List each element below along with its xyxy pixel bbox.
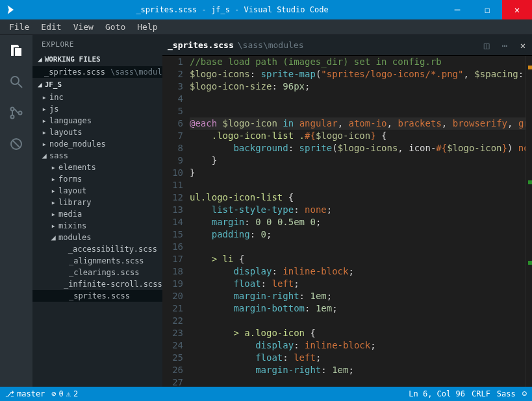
menubar: FileEditViewGotoHelp [0,19,532,35]
tree-label: _clearings.scss [69,268,139,277]
more-icon[interactable]: ⋯ [496,40,514,51]
tree-label: _alignments.scss [69,256,144,265]
chevron-right-icon: ▸ [51,198,56,207]
editor[interactable]: 1234567891011121314151617181920212223242… [162,56,532,387]
tree-label: inc [49,93,64,102]
menu-help[interactable]: Help [132,21,162,33]
warning-icon: ⚠ [66,389,71,398]
folder-row[interactable]: ▸library [32,197,162,208]
folder-row[interactable]: ▸languages [32,115,162,127]
sidebar-title: EXPLORE [32,35,162,53]
error-icon: ⊘ [51,389,56,398]
chevron-right-icon: ▸ [42,128,47,137]
tree-label: _infinite-scroll.scss [64,280,162,289]
tree-label: layout [58,186,86,195]
file-row[interactable]: _accessibility.scss [32,243,162,255]
tree-label: mixins [58,221,86,230]
titlebar: _sprites.scss - jf_s - Visual Studio Cod… [0,0,532,19]
folder-row[interactable]: ▸forms [32,173,162,185]
chevron-down-icon: ◢ [42,151,47,160]
window-title: _sprites.scss - jf_s - Visual Studio Cod… [22,5,442,14]
maximize-button[interactable]: ☐ [472,0,502,19]
tree-label: languages [49,116,92,125]
overview-ruler[interactable] [526,56,532,387]
tree-label: forms [58,175,82,184]
folder-row[interactable]: ◢sass [32,150,162,162]
folder-row[interactable]: ▸node_modules [32,138,162,150]
file-row[interactable]: _infinite-scroll.scss [32,278,162,290]
split-editor-icon[interactable]: ◫ [477,40,496,51]
chevron-right-icon: ▸ [51,186,56,195]
close-tab-icon[interactable]: ✕ [514,40,532,51]
file-row[interactable]: _clearings.scss [32,267,162,278]
eol-indicator[interactable]: CRLF [472,389,490,398]
git-branch[interactable]: ⎇ master [5,389,45,398]
chevron-down-icon: ◢ [51,233,56,242]
branch-icon: ⎇ [5,389,14,398]
explorer-icon[interactable] [7,42,25,60]
minimize-button[interactable]: ─ [442,0,472,19]
menu-view[interactable]: View [68,21,99,33]
source-control-icon[interactable] [7,104,25,122]
project-header[interactable]: ◢ JF_S [32,78,162,91]
folder-row[interactable]: ▸layouts [32,127,162,138]
file-row[interactable]: _sprites.scss [32,290,162,302]
chevron-right-icon: ▸ [51,221,56,230]
statusbar: ⎇ master ⊘ 0 ⚠ 2 Ln 6, Col 96 CRLF Sass … [0,387,532,401]
chevron-right-icon: ▸ [42,116,47,125]
chevron-right-icon: ▸ [51,210,56,219]
chevron-down-icon: ◢ [38,80,42,89]
tree-label: modules [58,233,92,242]
svg-point-3 [11,115,14,119]
code-content[interactable]: //base load path (images_dir) set in con… [190,56,526,387]
debug-icon[interactable] [7,135,25,153]
sidebar: EXPLORE ◢ WORKING FILES _sprites.scss\sa… [32,35,162,387]
svg-point-0 [11,77,19,84]
svg-line-6 [12,140,20,148]
folder-row[interactable]: ▸inc [32,91,162,103]
menu-goto[interactable]: Goto [100,21,131,33]
search-icon[interactable] [7,73,25,91]
chevron-right-icon: ▸ [51,163,56,172]
menu-edit[interactable]: Edit [36,21,66,33]
tree-label: _accessibility.scss [68,245,157,254]
file-row[interactable]: _alignments.scss [32,255,162,267]
tree-label: node_modules [49,140,106,149]
cursor-position[interactable]: Ln 6, Col 96 [409,389,465,398]
folder-row[interactable]: ▸layout [32,185,162,197]
tab-title[interactable]: _sprites.scss [168,40,234,50]
svg-point-4 [19,112,22,115]
activitybar [0,35,32,387]
editor-group: _sprites.scss \sass\modules ◫ ⋯ ✕ 123456… [162,35,532,387]
svg-line-1 [18,84,22,88]
folder-row[interactable]: ▸js [32,103,162,115]
tab-path: \sass\modules [238,40,304,50]
tree-label: js [49,104,58,114]
tree-label: media [58,210,82,219]
line-gutter: 1234567891011121314151617181920212223242… [162,56,190,387]
chevron-right-icon: ▸ [42,140,47,149]
tree-label: library [58,198,92,207]
folder-row[interactable]: ▸elements [32,162,162,173]
close-button[interactable]: ✕ [502,0,532,19]
svg-point-2 [11,108,14,111]
chevron-right-icon: ▸ [42,104,47,114]
chevron-right-icon: ▸ [51,175,56,184]
folder-row[interactable]: ▸media [32,208,162,220]
problems[interactable]: ⊘ 0 ⚠ 2 [51,389,78,398]
menu-file[interactable]: File [4,21,34,33]
folder-row[interactable]: ▸mixins [32,220,162,232]
working-files-header[interactable]: ◢ WORKING FILES [32,53,162,66]
folder-row[interactable]: ◢modules [32,232,162,243]
tree-label: elements [58,163,96,172]
language-mode[interactable]: Sass [497,389,516,398]
app-icon [0,5,22,15]
tree-label: _sprites.scss [69,291,130,300]
tree-label: layouts [49,128,82,137]
feedback-icon[interactable]: ☺ [522,389,527,398]
tree-label: sass [49,151,68,160]
chevron-right-icon: ▸ [42,93,47,102]
editor-tabs: _sprites.scss \sass\modules ◫ ⋯ ✕ [162,35,532,56]
working-file[interactable]: _sprites.scss\sass\modules [32,66,162,78]
chevron-down-icon: ◢ [38,55,42,64]
